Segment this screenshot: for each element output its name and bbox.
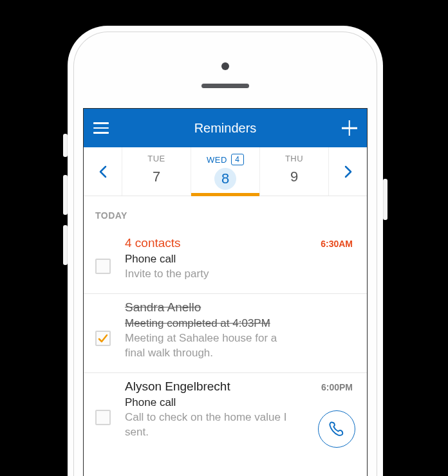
- add-reminder-button[interactable]: [340, 118, 359, 138]
- reminder-title: Alyson Engelbrecht: [125, 380, 230, 394]
- phone-volume-up: [63, 175, 68, 215]
- day-thu[interactable]: THU 9: [260, 147, 328, 196]
- reminder-type: Phone call: [125, 396, 353, 409]
- day-wed[interactable]: WED 4 8: [191, 147, 260, 196]
- page-title: Reminders: [194, 121, 257, 136]
- reminder-list: TODAY 4 contacts 6:30AM Phone call Invit…: [84, 196, 367, 464]
- hamburger-icon: [93, 127, 109, 129]
- phone-power-button: [383, 179, 387, 220]
- reminder-item[interactable]: Alyson Engelbrecht 6:00PM Phone call Cal…: [84, 373, 367, 452]
- prev-day-button[interactable]: [84, 147, 122, 196]
- reminder-note: Meeting at Sahalee house for a final wal…: [125, 331, 292, 361]
- check-icon: [98, 333, 108, 343]
- phone-camera: [221, 62, 229, 70]
- reminder-title: Sandra Anello: [125, 300, 201, 315]
- chevron-right-icon: [344, 165, 352, 178]
- app-topbar: Reminders: [84, 109, 367, 147]
- complete-checkbox[interactable]: [95, 259, 111, 274]
- day-badge: 4: [231, 154, 244, 165]
- phone-frame: Reminders TUE 7 WED 4: [68, 26, 383, 476]
- reminder-note: Call to check on the home value I sent.: [125, 410, 292, 440]
- reminder-item[interactable]: 4 contacts 6:30AM Phone call Invite to t…: [84, 230, 367, 294]
- phone-speaker: [201, 84, 249, 88]
- complete-checkbox[interactable]: [95, 410, 111, 425]
- phone-mute-switch: [63, 134, 68, 157]
- reminder-title: 4 contacts: [125, 236, 181, 250]
- day-number: 7: [153, 169, 160, 185]
- complete-checkbox[interactable]: [95, 331, 111, 346]
- reminder-type: Phone call: [125, 253, 353, 266]
- date-strip-days: TUE 7 WED 4 8 THU 9: [122, 147, 328, 196]
- chevron-left-icon: [99, 165, 107, 178]
- reminder-time: 6:00PM: [321, 382, 353, 392]
- day-label: TUE: [147, 154, 165, 163]
- hamburger-icon: [93, 132, 109, 134]
- hamburger-icon: [93, 122, 109, 124]
- next-day-button[interactable]: [328, 147, 367, 196]
- phone-icon: [328, 420, 346, 438]
- day-label: THU: [285, 154, 303, 163]
- call-button[interactable]: [318, 410, 355, 448]
- reminder-item[interactable]: Sandra Anello Meeting completed at 4:03P…: [84, 294, 367, 373]
- section-header-today: TODAY: [84, 196, 367, 230]
- day-label: WED: [207, 155, 227, 165]
- menu-button[interactable]: [91, 118, 111, 138]
- day-number: 8: [214, 168, 236, 190]
- reminder-type: Meeting completed at 4:03PM: [125, 317, 353, 330]
- reminder-note: Invite to the party: [125, 267, 292, 282]
- phone-volume-down: [63, 225, 68, 265]
- day-number: 9: [290, 169, 298, 185]
- day-tue[interactable]: TUE 7: [122, 147, 191, 196]
- date-strip: TUE 7 WED 4 8 THU 9: [84, 147, 367, 196]
- reminder-time: 6:30AM: [321, 239, 353, 249]
- app-screen: Reminders TUE 7 WED 4: [83, 108, 368, 476]
